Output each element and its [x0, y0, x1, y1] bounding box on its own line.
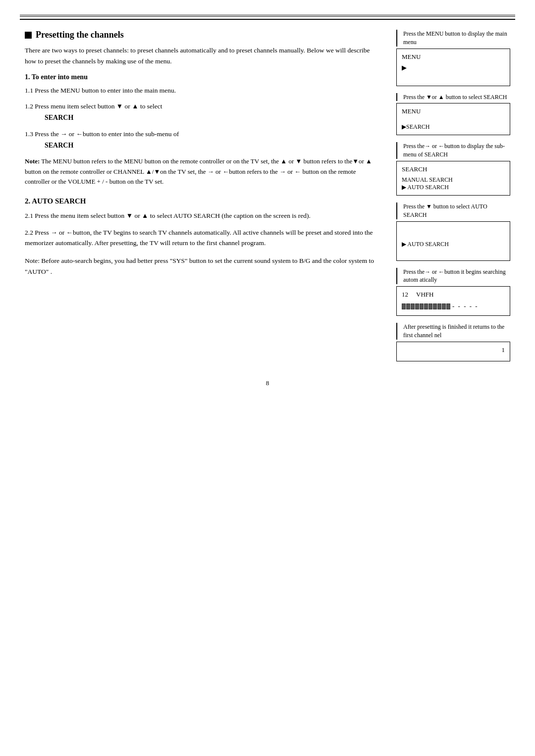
item-2-2-num: 2.2: [25, 229, 35, 236]
pb11: [446, 303, 450, 309]
bottom-note: Note: Before auto-search begins, you had…: [25, 255, 381, 277]
right-column: Press the MENU button to display the mai…: [396, 30, 510, 364]
pb6: [424, 303, 428, 309]
section-title-text: Presetting the channels: [36, 30, 124, 40]
intro-text: There are two ways to preset channels: t…: [25, 45, 381, 66]
black-square-icon: [25, 32, 32, 39]
item-2-2-text: Press → or ←button, the TV begins to sea…: [25, 229, 373, 247]
menu-box-1-arrow: ▶: [402, 64, 505, 72]
diagram-note-3-text: Press the→ or ←button to display the sub…: [403, 143, 505, 158]
vhfh-row: 12 VHFH: [402, 291, 505, 299]
item-1-2: 1.2 Press menu item select button ▼ or ▲…: [25, 101, 381, 124]
item-1-3: 1.3 Press the → or ←button to enter into…: [25, 129, 381, 151]
menu-box-2-item: ▶SEARCH: [402, 123, 505, 131]
pb3: [411, 303, 415, 309]
diagram-group: Press the MENU button to display the mai…: [396, 30, 510, 364]
menu-box-3-item1: MANUAL SEARCH: [402, 176, 505, 184]
menu-box-2-title: MENU: [402, 107, 505, 115]
final-box-num: 1: [402, 346, 505, 354]
diagram-note-4: Press the ▼ button to select AUTO SEARCH: [396, 202, 510, 219]
progress-blocks: [402, 303, 450, 309]
note-text: The MENU button refers to the MENU butto…: [25, 157, 372, 186]
diagram-note-1: Press the MENU button to display the mai…: [396, 30, 510, 47]
item-1-3-text: Press the → or ←button to enter into the…: [35, 130, 179, 138]
bottom-note-text: Note: Before auto-search begins, you had…: [25, 257, 374, 275]
section-title: Presetting the channels: [25, 30, 381, 40]
channel-num: 12: [402, 291, 408, 299]
pb9: [437, 303, 441, 309]
item-1-2-num: 1.2: [25, 102, 35, 110]
pb8: [433, 303, 437, 309]
item-1-1-num: 1.1: [25, 87, 35, 94]
diagram-note-5-text: Press the→ or ←button it begins searchin…: [403, 268, 506, 284]
pb4: [415, 303, 419, 309]
diagram-note-1-text: Press the MENU button to display the mai…: [403, 30, 507, 46]
item-2-2: 2.2 Press → or ←button, the TV begins to…: [25, 227, 381, 249]
diagram-note-3: Press the→ or ←button to display the sub…: [396, 142, 510, 159]
item-2-1-num: 2.1: [25, 212, 35, 219]
pb2: [406, 303, 410, 309]
pb5: [420, 303, 424, 309]
subsection2-title: 2. AUTO SEARCH: [25, 197, 381, 205]
diagram-note-2: Press the ▼or ▲ button to select SEARCH: [396, 93, 510, 101]
page-content: Presetting the channels There are two wa…: [0, 20, 535, 374]
diagram-note-6: After presetting is finished it returns …: [396, 323, 510, 340]
menu-box-3-title: SEARCH: [402, 165, 505, 173]
menu-box-3-item2: ▶ AUTO SEARCH: [402, 184, 505, 191]
left-column: Presetting the channels There are two wa…: [25, 30, 381, 364]
diagram-note-6-text: After presetting is finished it returns …: [403, 323, 504, 339]
menu-box-5: 12 VHFH: [396, 286, 510, 316]
final-box: 1: [396, 342, 510, 361]
note-block: Note: The MENU button refers to the MENU…: [25, 156, 381, 187]
pb1: [402, 303, 406, 309]
subsection1-title: 1. To enter into menu: [25, 73, 381, 81]
diagram-note-2-text: Press the ▼or ▲ button to select SEARCH: [403, 94, 507, 101]
progress-dashes: - - - - -: [452, 302, 479, 310]
progress-bar: - - - - -: [402, 302, 505, 310]
item-1-2-label: SEARCH: [45, 112, 381, 123]
note-label: Note:: [25, 157, 40, 165]
channel-type: VHFH: [416, 291, 433, 299]
menu-box-4-item: ▶ AUTO SEARCH: [402, 241, 505, 248]
page-number: 8: [0, 379, 535, 397]
item-1-1-text: Press the MENU button to enter into the …: [35, 87, 176, 94]
item-1-3-label: SEARCH: [45, 140, 381, 151]
menu-box-3: SEARCH MANUAL SEARCH ▶ AUTO SEARCH: [396, 161, 510, 196]
pb7: [428, 303, 432, 309]
item-2-1-text: Press the menu item select button ▼ or ▲…: [35, 212, 311, 219]
diagram-note-4-text: Press the ▼ button to select AUTO SEARCH: [403, 203, 487, 218]
top-border: [20, 15, 515, 20]
menu-box-1: MENU ▶: [396, 49, 510, 86]
menu-box-2: MENU ▶SEARCH: [396, 103, 510, 135]
diagram-note-5: Press the→ or ←button it begins searchin…: [396, 268, 510, 285]
menu-box-4: ▶ AUTO SEARCH: [396, 221, 510, 261]
item-2-1: 2.1 Press the menu item select button ▼ …: [25, 210, 381, 221]
pb10: [442, 303, 446, 309]
item-1-1: 1.1 Press the MENU button to enter into …: [25, 85, 381, 96]
item-1-2-text: Press menu item select button ▼ or ▲ to …: [35, 102, 162, 110]
menu-box-1-title: MENU: [402, 53, 505, 61]
item-1-3-num: 1.3: [25, 130, 35, 138]
